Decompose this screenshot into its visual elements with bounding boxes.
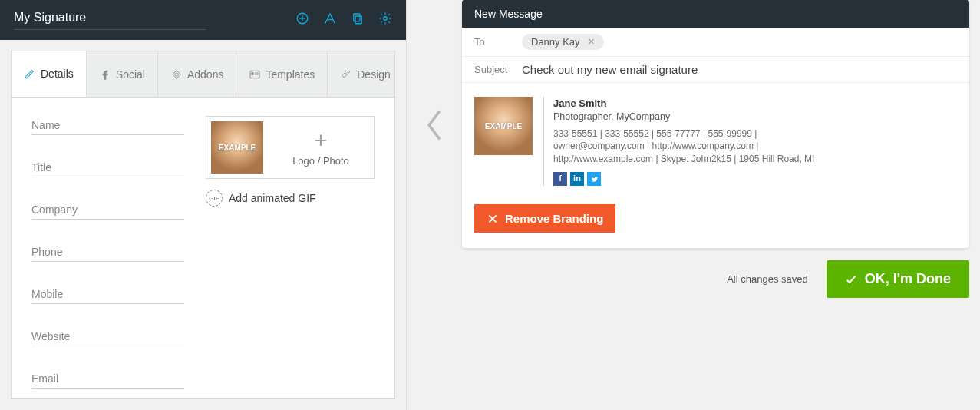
add-gif-label: Add animated GIF [229, 192, 316, 204]
subject-value: Check out my new email signature [522, 63, 698, 76]
phone-field[interactable] [31, 243, 184, 262]
close-icon [487, 213, 499, 225]
subject-label: Subject [474, 64, 511, 75]
to-row: To Danny Kay ✕ [462, 28, 969, 57]
fields-column [31, 116, 184, 380]
signature-name: Jane Smith [553, 97, 814, 111]
subject-row: Subject Check out my new email signature [462, 57, 969, 83]
collapse-arrow[interactable] [407, 0, 462, 410]
saved-status: All changes saved [727, 273, 808, 285]
facebook-social-icon[interactable]: f [553, 172, 567, 186]
gif-icon: GIF [206, 190, 223, 207]
preview-panel: New Message To Danny Kay ✕ Subject Check… [462, 0, 980, 410]
add-gif-button[interactable]: GIF Add animated GIF [206, 190, 375, 207]
tab-design-label: Design [357, 68, 391, 81]
addons-icon [170, 68, 183, 81]
tab-details[interactable]: Details [12, 51, 87, 97]
templates-icon [249, 68, 261, 81]
duplicate-icon[interactable] [351, 12, 365, 28]
design-icon [340, 68, 352, 81]
tab-social-label: Social [116, 68, 145, 81]
company-field[interactable] [31, 200, 184, 220]
mobile-field[interactable] [31, 285, 184, 304]
signature-select-label: My Signature [14, 11, 86, 25]
pen-icon [24, 68, 36, 80]
gear-icon[interactable] [378, 12, 392, 28]
tab-templates-label: Templates [266, 68, 315, 81]
photo-column: EXAMPLE + Logo / Photo GIF Add animated … [206, 116, 375, 380]
photo-box: EXAMPLE + Logo / Photo [206, 116, 375, 179]
remove-branding-label: Remove Branding [505, 212, 603, 225]
done-button-label: OK, I'm Done [865, 271, 951, 287]
linkedin-social-icon[interactable]: in [570, 172, 584, 186]
facebook-icon [99, 68, 111, 81]
text-style-icon[interactable] [323, 12, 337, 28]
example-watermark: EXAMPLE [485, 122, 522, 131]
photo-thumb[interactable]: EXAMPLE [211, 121, 263, 174]
check-icon [845, 273, 857, 286]
signature-line2: owner@company.com | http://www.company.c… [553, 140, 814, 153]
signature-photo: EXAMPLE [474, 97, 533, 155]
svg-rect-5 [354, 14, 360, 21]
tab-social[interactable]: Social [87, 51, 158, 97]
signature-line3: http://www.example.com | Skype: John2k15… [553, 153, 814, 166]
tab-addons-label: Addons [187, 68, 223, 81]
top-bar-actions [295, 12, 392, 28]
example-watermark: EXAMPLE [219, 144, 256, 152]
social-row: f in [553, 172, 814, 186]
name-field[interactable] [31, 116, 184, 135]
tab-details-label: Details [41, 68, 74, 80]
add-signature-icon[interactable] [295, 12, 309, 28]
upload-photo-label: Logo / Photo [292, 155, 349, 167]
upload-photo-button[interactable]: + Logo / Photo [268, 117, 374, 178]
tab-templates[interactable]: Templates [236, 51, 328, 97]
recipient-chip[interactable]: Danny Kay ✕ [522, 34, 604, 50]
svg-rect-4 [355, 16, 361, 24]
preview-card: New Message To Danny Kay ✕ Subject Check… [462, 0, 969, 248]
signature-text: Jane Smith Photographer, MyCompany 333-5… [543, 97, 814, 186]
done-button[interactable]: OK, I'm Done [827, 260, 969, 298]
chevron-left-icon [424, 107, 445, 143]
remove-recipient-icon[interactable]: ✕ [588, 37, 595, 47]
signature-role: Photographer, MyCompany [553, 111, 814, 124]
footer-row: All changes saved OK, I'm Done [462, 248, 980, 298]
preview-header: New Message [462, 0, 969, 28]
signature-select[interactable]: My Signature [14, 11, 206, 30]
editor-panel: My Signature Details S [0, 0, 407, 410]
signature-line1: 333-55551 | 333-55552 | 555-77777 | 555-… [553, 127, 814, 141]
form-area: EXAMPLE + Logo / Photo GIF Add animated … [11, 97, 395, 399]
top-bar: My Signature [0, 0, 406, 40]
website-field[interactable] [31, 327, 184, 346]
tab-addons[interactable]: Addons [158, 51, 236, 97]
email-field[interactable] [31, 369, 184, 389]
tab-design[interactable]: Design [328, 51, 403, 97]
recipient-name: Danny Kay [531, 36, 580, 48]
svg-rect-8 [252, 72, 254, 74]
twitter-social-icon[interactable] [587, 172, 601, 186]
svg-point-6 [384, 17, 388, 21]
plus-icon: + [314, 129, 328, 152]
remove-branding-button[interactable]: Remove Branding [474, 204, 615, 233]
to-label: To [474, 36, 511, 48]
signature-preview: EXAMPLE Jane Smith Photographer, MyCompa… [462, 83, 969, 204]
tab-strip: Details Social Addons Templates Design [11, 51, 395, 97]
title-field[interactable] [31, 158, 184, 177]
